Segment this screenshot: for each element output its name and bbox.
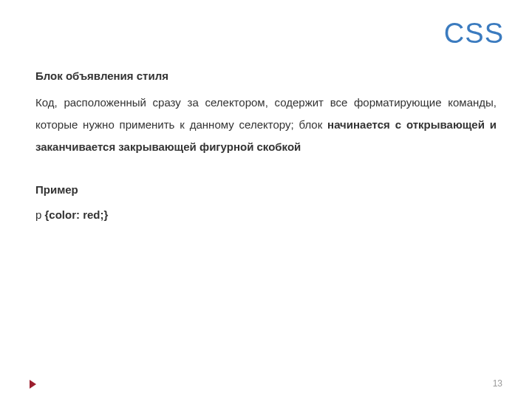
page-number: 13 — [493, 378, 502, 389]
example-line: p {color: red;} — [35, 204, 497, 226]
slide-title: CSS — [444, 18, 504, 50]
play-marker-icon — [30, 380, 36, 389]
description-paragraph: Код, расположенный сразу за селектором, … — [35, 92, 497, 158]
slide-body: Блок объявления стиля Код, расположенный… — [35, 65, 497, 226]
slide: CSS Блок объявления стиля Код, расположе… — [0, 0, 532, 399]
example-code: {color: red;} — [45, 208, 109, 221]
section-heading: Блок объявления стиля — [35, 65, 497, 87]
example-prefix: p — [35, 208, 45, 221]
example-label: Пример — [35, 179, 497, 201]
